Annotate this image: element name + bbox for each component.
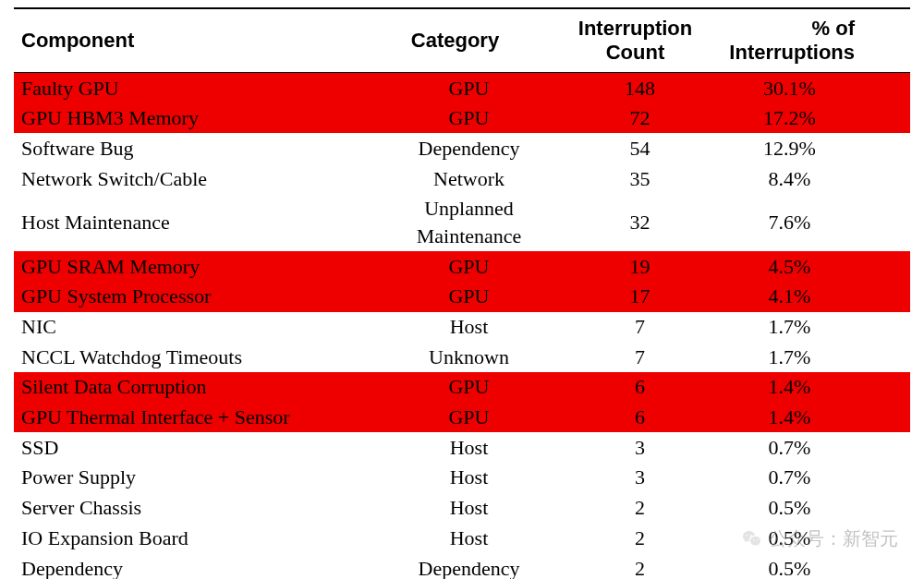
cell-pct: 0.7% xyxy=(721,432,910,463)
table-row: IO Expansion BoardHost20.5% xyxy=(14,523,910,553)
cell-component: NCCL Watchdog Timeouts xyxy=(14,342,379,372)
table-row: NCCL Watchdog TimeoutsUnknown71.7% xyxy=(14,342,910,372)
table-row: Host MaintenanceUnplannedMaintenance327.… xyxy=(14,194,910,251)
table-row: Software BugDependency5412.9% xyxy=(14,133,910,163)
cell-count: 6 xyxy=(559,403,721,433)
cell-count: 7 xyxy=(559,342,721,372)
table-row: GPU Thermal Interface + SensorGPU61.4% xyxy=(14,403,910,433)
table-body: Faulty GPUGPU14830.1%GPU HBM3 MemoryGPU7… xyxy=(14,73,910,580)
cell-count: 6 xyxy=(559,372,721,403)
table-row: GPU HBM3 MemoryGPU7217.2% xyxy=(14,103,910,134)
cell-component: Dependency xyxy=(14,553,379,579)
table-row: GPU System ProcessorGPU174.1% xyxy=(14,282,910,312)
cell-count: 2 xyxy=(559,523,721,553)
cell-category: Dependency xyxy=(379,133,559,163)
cell-count: 3 xyxy=(559,432,721,463)
cell-component: Software Bug xyxy=(14,133,379,163)
col-header-component: Component xyxy=(14,8,379,73)
cell-pct: 0.5% xyxy=(721,553,910,579)
cell-category: GPU xyxy=(379,372,559,403)
cell-category: GPU xyxy=(379,282,559,312)
cell-pct: 8.4% xyxy=(721,163,910,194)
cell-category: GPU xyxy=(379,103,559,134)
col-header-count: Interruption Count xyxy=(559,8,721,73)
cell-category: Host xyxy=(379,493,559,524)
cell-component: Faulty GPU xyxy=(14,73,379,103)
cell-pct: 0.5% xyxy=(721,493,910,524)
cell-pct: 1.4% xyxy=(721,372,910,403)
cell-pct: 4.5% xyxy=(721,251,910,282)
cell-category: Host xyxy=(379,463,559,493)
cell-category: Network xyxy=(379,163,559,194)
cell-pct: 1.7% xyxy=(721,342,910,372)
table-row: NICHost71.7% xyxy=(14,312,910,343)
cell-component: Power Supply xyxy=(14,463,379,493)
cell-count: 19 xyxy=(559,251,721,282)
cell-count: 32 xyxy=(559,194,721,251)
cell-category: Dependency xyxy=(379,553,559,579)
cell-category: GPU xyxy=(379,251,559,282)
cell-pct: 0.5% xyxy=(721,523,910,553)
cell-count: 2 xyxy=(559,553,721,579)
cell-category: Unknown xyxy=(379,342,559,372)
table-header-row: Component Category Interruption Count % … xyxy=(14,8,910,73)
table-row: SSDHost30.7% xyxy=(14,432,910,463)
cell-component: Network Switch/Cable xyxy=(14,163,379,194)
cell-component: GPU System Processor xyxy=(14,282,379,312)
cell-count: 72 xyxy=(559,103,721,134)
cell-pct: 17.2% xyxy=(721,103,910,134)
cell-count: 2 xyxy=(559,493,721,524)
cell-pct: 1.4% xyxy=(721,403,910,433)
cell-component: SSD xyxy=(14,432,379,463)
interruptions-table: Component Category Interruption Count % … xyxy=(14,7,910,579)
cell-component: NIC xyxy=(14,312,379,343)
cell-count: 3 xyxy=(559,463,721,493)
table-row: GPU SRAM MemoryGPU194.5% xyxy=(14,251,910,282)
cell-category: Host xyxy=(379,523,559,553)
cell-count: 148 xyxy=(559,73,721,103)
table-row: Silent Data CorruptionGPU61.4% xyxy=(14,372,910,403)
cell-category: Host xyxy=(379,312,559,343)
cell-count: 54 xyxy=(559,133,721,163)
cell-count: 17 xyxy=(559,282,721,312)
cell-count: 35 xyxy=(559,163,721,194)
table-row: Faulty GPUGPU14830.1% xyxy=(14,73,910,103)
cell-category: GPU xyxy=(379,403,559,433)
cell-pct: 12.9% xyxy=(721,133,910,163)
col-header-pct: % of Interruptions xyxy=(721,8,910,73)
cell-component: Server Chassis xyxy=(14,493,379,524)
cell-component: Silent Data Corruption xyxy=(14,372,379,403)
cell-component: Host Maintenance xyxy=(14,194,379,251)
table-row: Network Switch/CableNetwork358.4% xyxy=(14,163,910,194)
cell-component: IO Expansion Board xyxy=(14,523,379,553)
cell-component: GPU HBM3 Memory xyxy=(14,103,379,134)
cell-component: GPU SRAM Memory xyxy=(14,251,379,282)
cell-count: 7 xyxy=(559,312,721,343)
cell-pct: 30.1% xyxy=(721,73,910,103)
cell-pct: 7.6% xyxy=(721,194,910,251)
cell-pct: 1.7% xyxy=(721,312,910,343)
table-row: Power SupplyHost30.7% xyxy=(14,463,910,493)
cell-category: GPU xyxy=(379,73,559,103)
table-row: Server ChassisHost20.5% xyxy=(14,493,910,524)
cell-pct: 0.7% xyxy=(721,463,910,493)
cell-category: Host xyxy=(379,432,559,463)
table-row: DependencyDependency20.5% xyxy=(14,553,910,579)
col-header-category: Category xyxy=(379,8,559,73)
cell-component: GPU Thermal Interface + Sensor xyxy=(14,403,379,433)
cell-category: UnplannedMaintenance xyxy=(379,194,559,251)
cell-pct: 4.1% xyxy=(721,282,910,312)
